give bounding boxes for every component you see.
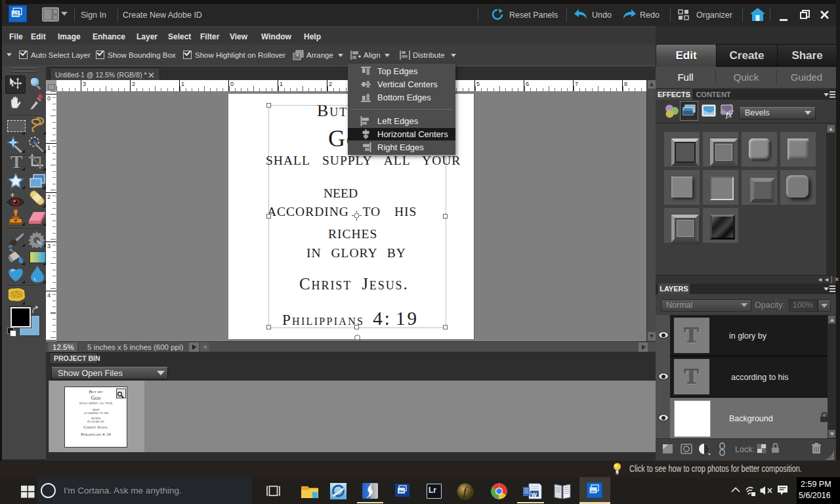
svg-text:fx: fx <box>726 110 732 119</box>
svg-text:W: W <box>532 492 537 498</box>
